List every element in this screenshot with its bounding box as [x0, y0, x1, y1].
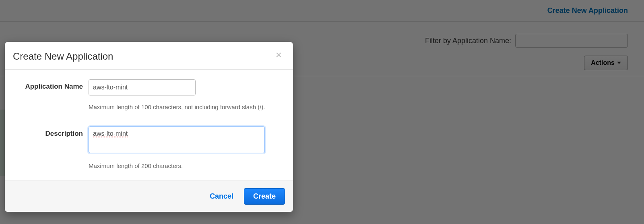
application-name-input[interactable]: [89, 79, 196, 95]
modal-title: Create New Application: [13, 51, 113, 62]
modal-body: Application Name Maximum length of 100 c…: [5, 70, 293, 180]
application-name-field: Maximum length of 100 characters, not in…: [89, 79, 283, 110]
create-application-modal: Create New Application × Application Nam…: [5, 42, 293, 212]
form-row-description: Description Maximum length of 200 charac…: [14, 125, 283, 169]
description-help: Maximum length of 200 characters.: [89, 162, 283, 169]
create-button[interactable]: Create: [244, 188, 285, 205]
description-field: Maximum length of 200 characters.: [89, 127, 283, 169]
cancel-button[interactable]: Cancel: [210, 192, 233, 201]
description-input[interactable]: [89, 127, 265, 153]
application-name-label: Application Name: [14, 79, 89, 91]
modal-footer: Cancel Create: [5, 180, 293, 212]
close-icon[interactable]: ×: [274, 51, 283, 59]
application-name-help: Maximum length of 100 characters, not in…: [89, 104, 283, 110]
form-row-application-name: Application Name Maximum length of 100 c…: [14, 78, 283, 110]
description-label: Description: [14, 127, 89, 138]
modal-header: Create New Application ×: [5, 42, 293, 70]
